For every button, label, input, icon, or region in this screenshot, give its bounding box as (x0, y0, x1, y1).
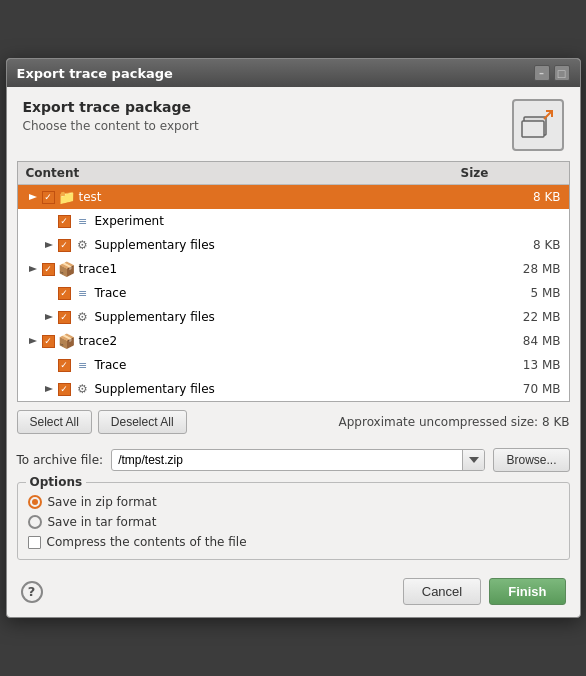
expand-trace2-supp-button[interactable] (42, 382, 56, 396)
expand-test-supp-button[interactable] (42, 238, 56, 252)
trace2-trace-size: 13 MB (469, 358, 569, 372)
svg-marker-6 (45, 314, 53, 320)
trace2-supp-label: Supplementary files (95, 382, 215, 396)
checkbox-compress[interactable] (28, 536, 41, 549)
select-all-button[interactable]: Select All (17, 410, 92, 434)
checkbox-test-supp[interactable] (58, 239, 71, 252)
trace2-supp-size: 70 MB (469, 382, 569, 396)
footer-buttons: Cancel Finish (403, 578, 566, 605)
checkbox-trace1-supp[interactable] (58, 311, 71, 324)
trace1-supp-size: 22 MB (469, 310, 569, 324)
checkbox-trace2-supp[interactable] (58, 383, 71, 396)
pkg-icon: 📦 (58, 261, 76, 277)
test-supp-size: 8 KB (469, 238, 569, 252)
expand-trace2-button[interactable] (26, 334, 40, 348)
deselect-all-button[interactable]: Deselect All (98, 410, 187, 434)
dialog-footer: ? Cancel Finish (7, 568, 580, 617)
checkbox-trace1[interactable] (42, 263, 55, 276)
selection-buttons-row: Select All Deselect All Approximate unco… (7, 410, 580, 442)
archive-input[interactable] (112, 450, 462, 470)
test-size: 8 KB (469, 190, 569, 204)
finish-button[interactable]: Finish (489, 578, 565, 605)
checkbox-test[interactable] (42, 191, 55, 204)
svg-marker-4 (45, 242, 53, 248)
browse-button[interactable]: Browse... (493, 448, 569, 472)
option-compress-row: Compress the contents of the file (28, 535, 559, 549)
svg-line-2 (544, 111, 552, 119)
expand-trace1-supp-button[interactable] (42, 310, 56, 324)
header-text: Export trace package Choose the content … (23, 99, 199, 133)
svg-marker-7 (29, 338, 37, 344)
tree-row[interactable]: ⚙ Supplementary files 8 KB (18, 233, 569, 257)
trace2-size: 84 MB (469, 334, 569, 348)
options-legend: Options (26, 475, 87, 489)
test-supp-label: Supplementary files (95, 238, 215, 252)
tree-row[interactable]: 📁 test 8 KB (18, 185, 569, 209)
dialog-title: Export trace package (23, 99, 199, 115)
export-dialog: Export trace package – □ Export trace pa… (6, 58, 581, 618)
checkbox-trace2[interactable] (42, 335, 55, 348)
expand-trace1-button[interactable] (26, 262, 40, 276)
tree-row[interactable]: ⚙ Supplementary files 22 MB (18, 305, 569, 329)
titlebar: Export trace package – □ (7, 59, 580, 87)
svg-marker-9 (469, 457, 479, 463)
export-icon (512, 99, 564, 151)
col-size: Size (461, 166, 561, 180)
maximize-button[interactable]: □ (554, 65, 570, 81)
tree-header: Content Size (18, 162, 569, 185)
svg-rect-1 (522, 121, 544, 137)
dropdown-button[interactable] (462, 450, 484, 470)
checkbox-trace1-trace[interactable] (58, 287, 71, 300)
tree-row[interactable]: ≡ Experiment (18, 209, 569, 233)
option-zip-row: Save in zip format (28, 495, 559, 509)
minimize-button[interactable]: – (534, 65, 550, 81)
trace1-supp-label: Supplementary files (95, 310, 215, 324)
dialog-subtitle: Choose the content to export (23, 119, 199, 133)
trace2-icon: ≡ (74, 357, 92, 373)
experiment-icon: ≡ (74, 213, 92, 229)
tree-row[interactable]: ≡ Trace 5 MB (18, 281, 569, 305)
tree-body: 📁 test 8 KB ≡ Experiment (18, 185, 569, 401)
trace1-size: 28 MB (469, 262, 569, 276)
titlebar-label: Export trace package (17, 66, 173, 81)
trace1-label: trace1 (79, 262, 118, 276)
radio-tar[interactable] (28, 515, 42, 529)
gear-icon: ⚙ (74, 237, 92, 253)
folder-icon: 📁 (58, 189, 76, 205)
gear-icon: ⚙ (74, 309, 92, 325)
archive-row: To archive file: Browse... (7, 442, 580, 478)
help-button[interactable]: ? (21, 581, 43, 603)
option-tar-label: Save in tar format (48, 515, 157, 529)
tree-row[interactable]: 📦 trace1 28 MB (18, 257, 569, 281)
gear2-icon: ⚙ (74, 381, 92, 397)
cancel-button[interactable]: Cancel (403, 578, 481, 605)
tree-row[interactable]: 📦 trace2 84 MB (18, 329, 569, 353)
option-tar-row: Save in tar format (28, 515, 559, 529)
trace2-label: trace2 (79, 334, 118, 348)
titlebar-controls: – □ (534, 65, 570, 81)
trace-icon: ≡ (74, 285, 92, 301)
option-compress-label: Compress the contents of the file (47, 535, 247, 549)
experiment-label: Experiment (95, 214, 164, 228)
trace2-trace-label: Trace (95, 358, 127, 372)
tree-row[interactable]: ≡ Trace 13 MB (18, 353, 569, 377)
checkbox-experiment[interactable] (58, 215, 71, 228)
expand-test-button[interactable] (26, 190, 40, 204)
dialog-header: Export trace package Choose the content … (7, 87, 580, 161)
tree-row[interactable]: ⚙ Supplementary files 70 MB (18, 377, 569, 401)
svg-marker-5 (29, 266, 37, 272)
svg-marker-3 (29, 194, 37, 200)
trace1-trace-label: Trace (95, 286, 127, 300)
trace1-trace-size: 5 MB (469, 286, 569, 300)
radio-zip[interactable] (28, 495, 42, 509)
option-zip-label: Save in zip format (48, 495, 157, 509)
pkg2-icon: 📦 (58, 333, 76, 349)
content-tree: Content Size 📁 test 8 KB (17, 161, 570, 402)
selection-btn-group: Select All Deselect All (17, 410, 187, 434)
archive-input-wrap[interactable] (111, 449, 485, 471)
col-content: Content (26, 166, 461, 180)
approximate-size-text: Approximate uncompressed size: 8 KB (339, 415, 570, 429)
options-box: Options Save in zip format Save in tar f… (17, 482, 570, 560)
test-label: test (79, 190, 102, 204)
checkbox-trace2-trace[interactable] (58, 359, 71, 372)
